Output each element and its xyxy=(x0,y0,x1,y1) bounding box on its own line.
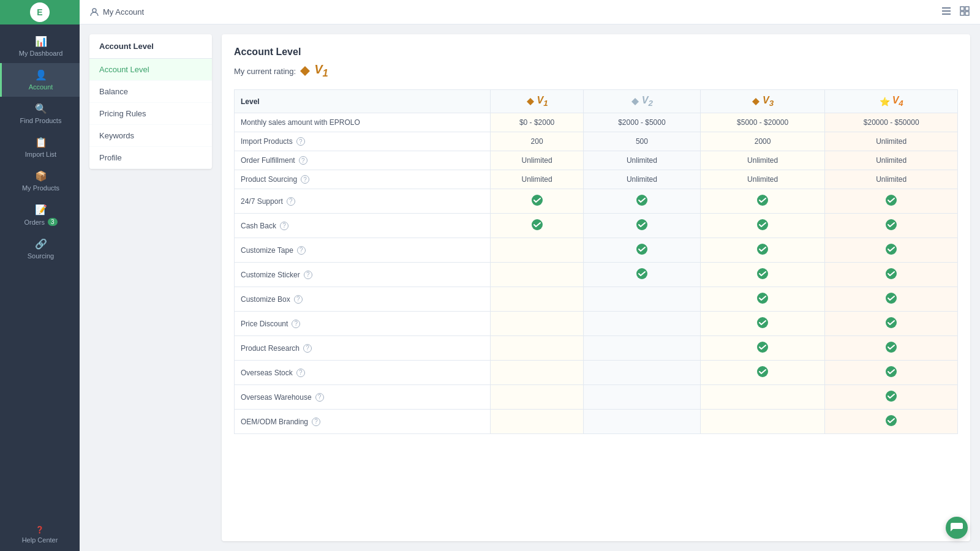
feature-label: Customize Sticker xyxy=(241,271,300,279)
find-icon: 🔍 xyxy=(35,103,47,114)
sidebar-item-account[interactable]: 👤 Account xyxy=(0,63,80,97)
v4-cell: $20000 - $50000 xyxy=(825,113,958,132)
v3-cell xyxy=(700,312,825,336)
v4-cell xyxy=(825,214,958,238)
check-icon xyxy=(756,243,769,255)
v3-cell: $5000 - $20000 xyxy=(700,113,825,132)
rating-label: My current rating: xyxy=(234,67,296,76)
help-icon: ❓ xyxy=(36,526,44,534)
v3-cell xyxy=(700,238,825,263)
help-icon[interactable]: ? xyxy=(294,295,303,304)
v1-cell xyxy=(491,238,584,263)
v3-cell xyxy=(700,214,825,238)
feature-label: Customize Tape xyxy=(241,246,293,255)
v3-cell xyxy=(700,189,825,214)
v1-cell xyxy=(491,312,584,336)
check-icon xyxy=(756,317,769,329)
svg-rect-3 xyxy=(942,7,951,9)
menu-item-balance[interactable]: Balance xyxy=(89,81,212,103)
menu-item-account-level[interactable]: Account Level xyxy=(89,59,212,81)
products-icon: 📦 xyxy=(35,170,47,182)
check-icon xyxy=(885,414,897,427)
list-view-icon[interactable] xyxy=(941,6,952,19)
logo[interactable]: E xyxy=(0,0,80,24)
check-icon xyxy=(885,317,897,329)
svg-rect-5 xyxy=(942,13,951,15)
check-icon xyxy=(636,219,648,231)
help-icon[interactable]: ? xyxy=(299,156,307,165)
check-icon xyxy=(636,243,648,255)
v2-cell: $2000 - $5000 xyxy=(584,113,701,132)
v1-cell xyxy=(491,214,584,238)
sidebar-item-import-list[interactable]: 📋 Import List xyxy=(0,130,80,164)
menu-item-pricing-rules[interactable]: Pricing Rules xyxy=(89,103,212,125)
table-row: Customize Box? xyxy=(235,287,958,312)
v2-column-header: V2 xyxy=(584,90,701,113)
help-icon[interactable]: ? xyxy=(303,344,312,353)
feature-cell: Monthly sales amount with EPROLO xyxy=(235,113,491,132)
chat-button[interactable] xyxy=(946,517,968,539)
feature-cell: Price Discount? xyxy=(235,312,491,336)
feature-cell: Overseas Warehouse? xyxy=(235,385,491,410)
v4-cell: Unlimited xyxy=(825,151,958,170)
orders-icon: 📝 xyxy=(35,204,47,216)
v4-cell xyxy=(825,336,958,361)
help-icon[interactable]: ? xyxy=(312,418,320,426)
help-icon[interactable]: ? xyxy=(280,222,288,230)
feature-label: Customize Box xyxy=(241,295,290,304)
feature-label: Product Sourcing xyxy=(241,175,297,184)
feature-label: Monthly sales amount with EPROLO xyxy=(241,118,360,127)
sidebar-footer-help[interactable]: ❓ Help Center xyxy=(0,519,80,551)
svg-marker-11 xyxy=(527,98,534,105)
right-panel: Account Level My current rating: V1 Leve… xyxy=(222,34,970,541)
table-row: Monthly sales amount with EPROLO$0 - $20… xyxy=(235,113,958,132)
sidebar-item-label: My Products xyxy=(22,184,59,192)
check-icon xyxy=(885,365,897,378)
level-column-header: Level xyxy=(235,90,491,113)
table-row: 24/7 Support? xyxy=(235,189,958,214)
v4-cell xyxy=(825,385,958,410)
v4-cell xyxy=(825,189,958,214)
v2-cell xyxy=(584,385,701,410)
v2-cell xyxy=(584,287,701,312)
v2-cell xyxy=(584,312,701,336)
sidebar-item-label: Find Products xyxy=(20,117,62,124)
help-icon[interactable]: ? xyxy=(304,271,312,279)
sidebar-item-orders[interactable]: 📝 Orders 3 xyxy=(0,198,80,232)
sidebar-item-label: Account xyxy=(29,83,53,91)
v4-cell xyxy=(825,361,958,385)
v4-cell xyxy=(825,238,958,263)
help-icon[interactable]: ? xyxy=(292,320,300,328)
v1-cell xyxy=(491,189,584,214)
left-menu: Account Level Account Level Balance Pric… xyxy=(89,34,212,169)
feature-cell: Product Sourcing? xyxy=(235,170,491,189)
check-icon xyxy=(636,268,648,280)
v1-cell xyxy=(491,410,584,434)
sidebar-item-find-products[interactable]: 🔍 Find Products xyxy=(0,97,80,130)
help-icon[interactable]: ? xyxy=(287,197,295,206)
help-icon[interactable]: ? xyxy=(296,137,305,146)
help-icon[interactable]: ? xyxy=(315,393,324,402)
help-icon[interactable]: ? xyxy=(297,246,306,255)
menu-item-keywords[interactable]: Keywords xyxy=(89,125,212,147)
content-area: Account Level Account Level Balance Pric… xyxy=(80,24,980,551)
import-icon: 📋 xyxy=(35,137,47,148)
help-icon[interactable]: ? xyxy=(301,175,309,184)
v4-cell xyxy=(825,287,958,312)
sidebar-item-dashboard[interactable]: 📊 My Dashboard xyxy=(0,29,80,63)
svg-rect-4 xyxy=(942,10,951,12)
check-icon xyxy=(756,219,769,231)
sidebar-item-my-products[interactable]: 📦 My Products xyxy=(0,164,80,198)
sidebar-item-sourcing[interactable]: 🔗 Sourcing xyxy=(0,232,80,266)
feature-label: Product Research xyxy=(241,344,300,353)
help-icon[interactable]: ? xyxy=(296,369,305,377)
logo-circle: E xyxy=(30,2,50,22)
menu-item-profile[interactable]: Profile xyxy=(89,147,212,169)
check-icon xyxy=(885,243,897,255)
main-content: My Account Account Level Account Level B… xyxy=(80,0,980,551)
grid-view-icon[interactable] xyxy=(959,6,970,19)
feature-label: Price Discount xyxy=(241,320,288,328)
left-menu-header: Account Level xyxy=(89,34,212,59)
v2-cell xyxy=(584,189,701,214)
feature-cell: Customize Sticker? xyxy=(235,263,491,287)
